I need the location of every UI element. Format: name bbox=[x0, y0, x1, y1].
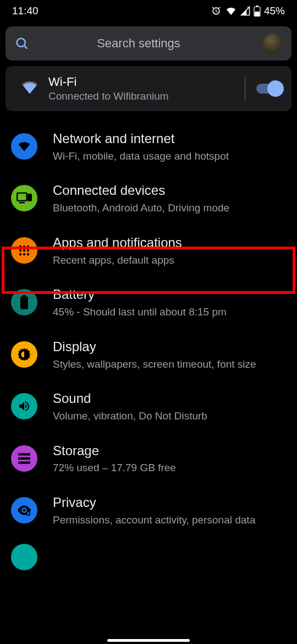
svg-point-12 bbox=[19, 249, 21, 252]
item-subtitle: 72% used – 17.79 GB free bbox=[53, 461, 280, 475]
item-title: Connected devices bbox=[53, 183, 280, 199]
wifi-divider bbox=[245, 77, 245, 101]
privacy-eye-icon bbox=[16, 504, 32, 516]
battery-icon bbox=[254, 6, 261, 17]
sound-item[interactable]: Sound Volume, vibration, Do Not Disturb bbox=[0, 381, 297, 433]
svg-point-26 bbox=[23, 509, 26, 512]
item-title: Battery bbox=[53, 287, 280, 303]
search-settings[interactable]: Search settings bbox=[6, 26, 292, 61]
storage-icon bbox=[17, 452, 31, 465]
item-subtitle: Recent apps, default apps bbox=[53, 253, 280, 268]
connected-devices-item[interactable]: Connected devices Bluetooth, Android Aut… bbox=[0, 173, 297, 225]
storage-item[interactable]: Storage 72% used – 17.79 GB free bbox=[0, 433, 297, 485]
apps-icon bbox=[18, 244, 31, 257]
search-placeholder: Search settings bbox=[14, 36, 263, 51]
svg-point-24 bbox=[19, 458, 20, 459]
item-subtitle: Volume, vibration, Do Not Disturb bbox=[53, 409, 280, 423]
svg-rect-6 bbox=[17, 193, 26, 201]
svg-point-11 bbox=[27, 245, 29, 248]
svg-point-13 bbox=[23, 249, 25, 252]
svg-point-9 bbox=[19, 245, 21, 248]
item-subtitle: Bluetooth, Android Auto, Driving mode bbox=[53, 201, 280, 215]
signal-icon: R bbox=[240, 6, 250, 16]
wifi-icon bbox=[16, 140, 32, 152]
svg-rect-2 bbox=[256, 6, 258, 7]
svg-point-17 bbox=[27, 253, 29, 255]
wifi-icon bbox=[20, 80, 40, 95]
battery-item[interactable]: Battery 45% - Should last until about 8:… bbox=[0, 277, 297, 329]
svg-point-23 bbox=[19, 454, 20, 455]
battery-icon bbox=[20, 295, 28, 309]
wifi-toggle[interactable] bbox=[256, 84, 282, 94]
privacy-item[interactable]: Privacy Permissions, account activity, p… bbox=[0, 485, 297, 537]
wifi-subtitle: Connected to Wifibranium bbox=[48, 90, 240, 102]
brightness-icon bbox=[16, 347, 32, 362]
volume-icon bbox=[17, 400, 31, 413]
svg-text:R: R bbox=[248, 6, 250, 10]
item-subtitle: Permissions, account activity, personal … bbox=[53, 513, 280, 527]
item-title: Display bbox=[53, 339, 280, 355]
svg-point-15 bbox=[19, 253, 21, 255]
svg-rect-3 bbox=[255, 12, 260, 16]
wifi-quick-card[interactable]: Wi-Fi Connected to Wifibranium bbox=[6, 66, 292, 111]
item-subtitle: Styles, wallpapers, screen timeout, font… bbox=[53, 357, 280, 372]
item-title: Storage bbox=[53, 443, 280, 459]
status-bar: 11:40 R 45% bbox=[0, 0, 297, 22]
battery-text: 45% bbox=[264, 5, 285, 17]
location-item-partial[interactable] bbox=[0, 537, 297, 570]
svg-point-14 bbox=[27, 249, 29, 252]
network-and-internet-item[interactable]: Network and internet Wi-Fi, mobile, data… bbox=[0, 121, 297, 173]
profile-avatar[interactable] bbox=[263, 34, 283, 53]
item-title: Sound bbox=[53, 391, 280, 407]
wifi-title: Wi-Fi bbox=[48, 75, 240, 89]
devices-icon bbox=[16, 192, 32, 204]
status-right: R 45% bbox=[211, 5, 285, 17]
item-title: Privacy bbox=[53, 495, 280, 511]
settings-list: Network and internet Wi-Fi, mobile, data… bbox=[0, 121, 297, 570]
alarm-icon bbox=[211, 6, 222, 17]
svg-rect-7 bbox=[28, 194, 31, 201]
svg-rect-18 bbox=[20, 297, 28, 309]
apps-and-notifications-item[interactable]: Apps and notifications Recent apps, defa… bbox=[0, 225, 297, 277]
item-title: Apps and notifications bbox=[53, 235, 280, 251]
item-subtitle: 45% - Should last until about 8:15 pm bbox=[53, 305, 280, 319]
svg-rect-19 bbox=[23, 295, 26, 297]
nav-indicator bbox=[107, 639, 190, 642]
svg-point-10 bbox=[23, 245, 25, 248]
display-item[interactable]: Display Styles, wallpapers, screen timeo… bbox=[0, 329, 297, 381]
status-time: 11:40 bbox=[12, 5, 38, 17]
svg-point-16 bbox=[23, 253, 25, 255]
svg-point-25 bbox=[19, 462, 20, 463]
item-title: Network and internet bbox=[53, 131, 280, 147]
wifi-status-icon bbox=[225, 6, 237, 16]
item-subtitle: Wi-Fi, mobile, data usage and hotspot bbox=[53, 149, 280, 163]
